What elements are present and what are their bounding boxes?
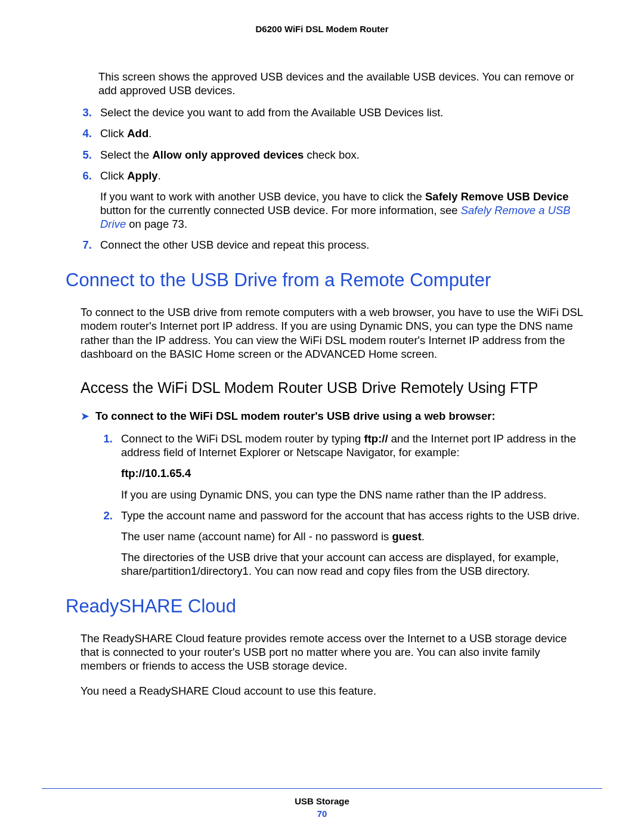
paragraph-cloud-2: You need a ReadySHARE Cloud account to u… [80,684,584,698]
procedure-title-text: To connect to the WiFi DSL modem router'… [95,410,496,423]
step-4: 4. Click Add. [78,126,584,140]
step-text: Type the account name and password for t… [121,509,580,522]
document-page: D6200 WiFi DSL Modem Router This screen … [0,0,644,833]
step-text: Click [100,127,127,140]
step-number: 1. [98,432,113,445]
footer-page-number: 70 [42,809,602,819]
paragraph-cloud-1: The ReadySHARE Cloud feature provides re… [80,631,584,673]
step-number: 5. [78,148,92,162]
arrow-icon: ➤ [80,410,89,423]
note-bold: guest [392,530,421,543]
steps-continued: 3. Select the device you want to add fro… [78,106,584,252]
step-number: 2. [98,509,113,522]
ftp-step-1: 1. Connect to the WiFi DSL modem router … [98,432,584,501]
step-number: 4. [78,126,92,140]
step-text: . [148,127,151,140]
sub-text: button for the currently connected USB d… [100,204,461,216]
ftp-example: ftp://10.1.65.4 [121,466,584,480]
note-text: . [422,530,425,543]
step-text: Select the device you want to add from t… [100,106,444,119]
heading-connect-remote: Connect to the USB Drive from a Remote C… [66,270,584,291]
ftp-steps: 1. Connect to the WiFi DSL modem router … [98,432,584,578]
step-5: 5. Select the Allow only approved device… [78,148,584,162]
step-3: 3. Select the device you want to add fro… [78,106,584,119]
footer-section-title: USB Storage [42,796,602,806]
note-text: The user name (account name) for All - n… [121,530,392,543]
step-bold: ftp:// [364,432,388,445]
page-footer: USB Storage 70 [42,788,602,819]
step-text: Connect to the WiFi DSL modem router by … [121,432,364,445]
heading-ftp-access: Access the WiFi DSL Modem Router USB Dri… [80,379,584,397]
step-bold: Allow only approved devices [152,148,304,161]
step-text: . [158,169,161,182]
step-text: Click [100,169,127,182]
username-note: The user name (account name) for All - n… [121,529,584,543]
step-sub-paragraph: If you want to work with another USB dev… [100,190,584,231]
step-bold: Add [127,127,148,140]
heading-readyshare-cloud: ReadySHARE Cloud [66,596,584,617]
procedure-title: ➤ To connect to the WiFi DSL modem route… [80,410,584,423]
step-number: 7. [78,238,92,252]
sub-text: If you want to work with another USB dev… [100,190,425,203]
step-text: Connect the other USB device and repeat … [100,239,369,251]
step-number: 3. [78,106,92,119]
intro-paragraph: This screen shows the approved USB devic… [98,70,584,97]
paragraph-connect-remote: To connect to the USB drive from remote … [80,305,584,361]
dns-note: If you are using Dynamic DNS, you can ty… [121,488,584,501]
step-number: 6. [78,169,92,182]
step-7: 7. Connect the other USB device and repe… [78,238,584,252]
step-text: check box. [304,148,360,161]
directories-note: The directories of the USB drive that yo… [121,550,584,578]
step-text: Select the [100,148,152,161]
ftp-step-2: 2. Type the account name and password fo… [98,509,584,578]
sub-bold: Safely Remove USB Device [425,190,569,203]
step-bold: Apply [127,169,157,182]
document-header: D6200 WiFi DSL Modem Router [42,24,602,34]
sub-text: on page 73. [126,218,187,230]
step-6: 6. Click Apply. If you want to work with… [78,169,584,231]
